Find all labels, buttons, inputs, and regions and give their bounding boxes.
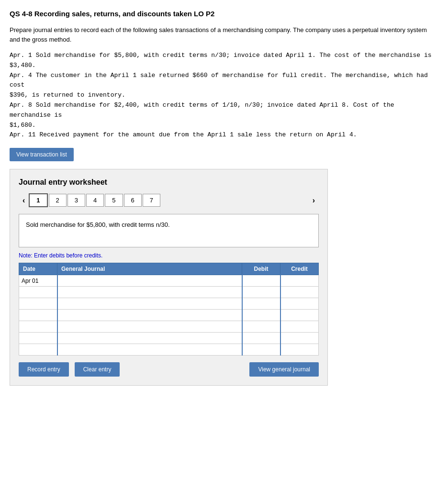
- table-row: Apr 01: [19, 275, 319, 287]
- tab-7[interactable]: 7: [143, 194, 160, 207]
- col-header-credit: Credit: [280, 263, 319, 275]
- clear-entry-button[interactable]: Clear entry: [75, 362, 120, 377]
- col-header-journal: General Journal: [57, 263, 242, 275]
- journal-input-6[interactable]: [58, 333, 242, 344]
- table-row: [19, 321, 319, 333]
- journal-cell-1[interactable]: [57, 275, 242, 287]
- credit-cell-7[interactable]: [280, 344, 319, 356]
- transaction-3: Apr. 8 Sold merchandise for $2,400, with…: [10, 100, 438, 130]
- record-entry-button[interactable]: Record entry: [19, 362, 69, 377]
- tab-6[interactable]: 6: [124, 194, 142, 207]
- tab-2[interactable]: 2: [49, 194, 67, 207]
- credit-cell-6[interactable]: [280, 333, 319, 344]
- credit-input-6[interactable]: [281, 333, 319, 344]
- debit-cell-4[interactable]: [242, 310, 280, 321]
- table-row: [19, 287, 319, 298]
- credit-cell-4[interactable]: [280, 310, 319, 321]
- transactions: Apr. 1 Sold merchandise for $5,800, with…: [10, 51, 438, 140]
- journal-input-7[interactable]: [58, 344, 242, 355]
- debit-input-2[interactable]: [243, 287, 280, 298]
- view-transaction-list-button[interactable]: View transaction list: [10, 148, 74, 161]
- debit-cell-7[interactable]: [242, 344, 280, 356]
- tab-4[interactable]: 4: [86, 194, 104, 207]
- debit-cell-6[interactable]: [242, 333, 280, 344]
- date-cell-3: [19, 298, 57, 310]
- transaction-4: Apr. 11 Received payment for the amount …: [10, 130, 438, 140]
- tabs-row: ‹ 1 2 3 4 5 6 7 ›: [19, 193, 319, 207]
- debit-input-3[interactable]: [243, 298, 280, 309]
- credit-cell-2[interactable]: [280, 287, 319, 298]
- date-cell-4: [19, 310, 57, 321]
- debit-input-7[interactable]: [243, 344, 280, 355]
- page-title: QS 4-8 Recording sales, returns, and dis…: [10, 10, 438, 18]
- tab-prev-button[interactable]: ‹: [19, 194, 29, 207]
- journal-cell-2[interactable]: [57, 287, 242, 298]
- debit-input-6[interactable]: [243, 333, 280, 344]
- journal-cell-3[interactable]: [57, 298, 242, 310]
- tab-next-button[interactable]: ›: [309, 194, 319, 207]
- journal-cell-4[interactable]: [57, 310, 242, 321]
- debit-input-1[interactable]: [243, 275, 280, 286]
- tab-1[interactable]: 1: [29, 193, 47, 207]
- tab-3[interactable]: 3: [67, 194, 85, 207]
- table-row: [19, 333, 319, 344]
- date-cell-7: [19, 344, 57, 356]
- journal-cell-6[interactable]: [57, 333, 242, 344]
- journal-input-4[interactable]: [58, 310, 242, 321]
- credit-cell-1[interactable]: [280, 275, 319, 287]
- date-cell-2: [19, 287, 57, 298]
- debit-cell-1[interactable]: [242, 275, 280, 287]
- journal-cell-5[interactable]: [57, 321, 242, 333]
- date-cell-5: [19, 321, 57, 333]
- table-row: [19, 298, 319, 310]
- col-header-debit: Debit: [242, 263, 280, 275]
- date-cell-6: [19, 333, 57, 344]
- buttons-row: Record entry Clear entry View general jo…: [19, 362, 319, 377]
- transaction-1: Apr. 1 Sold merchandise for $5,800, with…: [10, 51, 438, 71]
- debit-cell-2[interactable]: [242, 287, 280, 298]
- credit-input-2[interactable]: [281, 287, 319, 298]
- credit-input-1[interactable]: [281, 275, 319, 286]
- date-cell-1: Apr 01: [19, 275, 57, 287]
- note-text: Note: Enter debits before credits.: [19, 252, 319, 259]
- table-row: [19, 310, 319, 321]
- col-header-date: Date: [19, 263, 57, 275]
- debit-input-4[interactable]: [243, 310, 280, 321]
- debit-cell-3[interactable]: [242, 298, 280, 310]
- view-general-journal-button[interactable]: View general journal: [249, 362, 319, 377]
- journal-table: Date General Journal Debit Credit Apr 01: [19, 263, 319, 356]
- credit-input-5[interactable]: [281, 321, 319, 332]
- credit-cell-5[interactable]: [280, 321, 319, 333]
- debit-cell-5[interactable]: [242, 321, 280, 333]
- journal-cell-7[interactable]: [57, 344, 242, 356]
- description-box: Sold merchandise for $5,800, with credit…: [19, 214, 319, 247]
- credit-input-7[interactable]: [281, 344, 319, 355]
- journal-input-1[interactable]: [58, 275, 242, 286]
- credit-input-4[interactable]: [281, 310, 319, 321]
- debit-input-5[interactable]: [243, 321, 280, 332]
- journal-input-3[interactable]: [58, 298, 242, 309]
- worksheet-container: Journal entry worksheet ‹ 1 2 3 4 5 6 7 …: [10, 169, 328, 386]
- credit-input-3[interactable]: [281, 298, 319, 309]
- credit-cell-3[interactable]: [280, 298, 319, 310]
- transaction-2: Apr. 4 The customer in the April 1 sale …: [10, 71, 438, 100]
- worksheet-title: Journal entry worksheet: [19, 178, 319, 187]
- journal-input-2[interactable]: [58, 287, 242, 298]
- journal-input-5[interactable]: [58, 321, 242, 332]
- instructions: Prepare journal entries to record each o…: [10, 25, 438, 44]
- tab-5[interactable]: 5: [105, 194, 123, 207]
- table-row: [19, 344, 319, 356]
